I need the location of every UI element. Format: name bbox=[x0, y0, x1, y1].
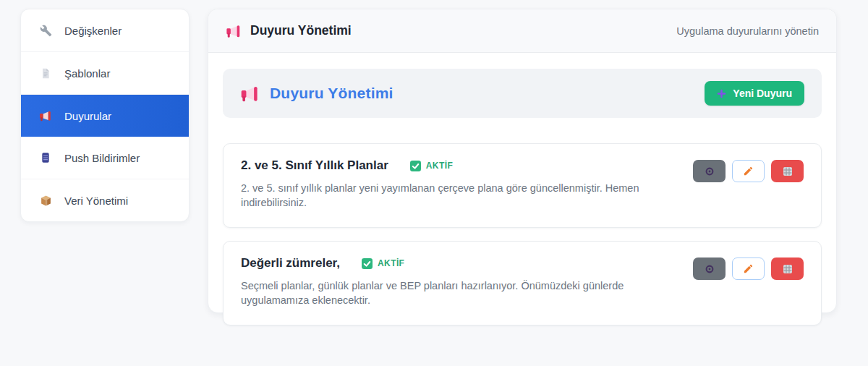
sidebar-item-sablonlar[interactable]: Şablonlar bbox=[21, 52, 189, 95]
plus-icon bbox=[717, 89, 726, 98]
announcement-description: Seçmeli planlar, günlük planlar ve BEP p… bbox=[241, 279, 678, 307]
announcement-title-row: Değerli zümreler, AKTİF bbox=[241, 256, 678, 271]
sidebar-item-veri-yonetimi[interactable]: Veri Yönetimi bbox=[21, 179, 189, 221]
edit-button[interactable] bbox=[732, 160, 765, 182]
page-title: Duyuru Yönetimi bbox=[250, 23, 352, 38]
megaphone-icon bbox=[240, 84, 260, 103]
delete-button[interactable] bbox=[771, 160, 804, 182]
wrench-icon bbox=[39, 24, 52, 37]
circle-icon bbox=[705, 166, 715, 176]
panel-content: Duyuru Yönetimi Yeni Duyuru 2. ve bbox=[208, 53, 836, 341]
status-label: AKTİF bbox=[426, 161, 453, 171]
announcement-title-row: 2. ve 5. Sınıf Yıllık Planlar AKTİF bbox=[241, 158, 678, 173]
megaphone-icon bbox=[226, 23, 242, 39]
toolbar-left: Duyuru Yönetimi bbox=[240, 84, 393, 103]
toggle-active-button[interactable] bbox=[693, 160, 726, 182]
pencil-icon bbox=[743, 263, 754, 274]
trash-icon bbox=[783, 166, 793, 176]
delete-button[interactable] bbox=[771, 258, 804, 280]
announcement-title: Değerli zümreler, bbox=[241, 256, 340, 271]
sidebar: Değişkenler Şablonlar Duy bbox=[20, 9, 190, 222]
toolbar-title: Duyuru Yönetimi bbox=[270, 85, 393, 102]
trash-icon bbox=[783, 264, 793, 274]
sidebar-item-label: Duyurular bbox=[64, 110, 111, 122]
announcement-description: 2. ve 5. sınıf yıllık planlar yeni yayım… bbox=[241, 182, 678, 210]
check-icon bbox=[410, 161, 421, 171]
sidebar-item-label: Şablonlar bbox=[64, 67, 110, 80]
panel-header-left: Duyuru Yönetimi bbox=[226, 23, 352, 39]
status-badge: AKTİF bbox=[362, 258, 404, 269]
announcement-actions bbox=[693, 160, 804, 182]
panel-header: Duyuru Yönetimi Uygulama duyurularını yö… bbox=[208, 9, 836, 53]
sidebar-item-duyurular[interactable]: Duyurular bbox=[21, 95, 189, 137]
announcement-title: 2. ve 5. Sınıf Yıllık Planlar bbox=[241, 158, 388, 173]
document-icon bbox=[39, 67, 52, 80]
main-panel: Duyuru Yönetimi Uygulama duyurularını yö… bbox=[208, 9, 837, 313]
page: { "sidebar": { "items": [ {"label": "Değ… bbox=[0, 0, 868, 366]
edit-button[interactable] bbox=[732, 258, 765, 280]
page-subtitle: Uygulama duyurularını yönetin bbox=[676, 25, 819, 37]
sidebar-item-push-bildirimler[interactable]: Push Bildirimler bbox=[21, 137, 189, 179]
toolbar: Duyuru Yönetimi Yeni Duyuru bbox=[223, 69, 822, 118]
sidebar-item-label: Push Bildirimler bbox=[64, 152, 140, 164]
toggle-active-button[interactable] bbox=[693, 258, 726, 280]
package-icon bbox=[39, 194, 52, 207]
circle-icon bbox=[705, 264, 715, 274]
sidebar-item-degiskenler[interactable]: Değişkenler bbox=[21, 9, 189, 52]
sidebar-item-label: Veri Yönetimi bbox=[64, 195, 128, 207]
announcement-actions bbox=[693, 258, 804, 280]
announcement-content: Değerli zümreler, AKTİF Seçmeli planlar,… bbox=[241, 256, 678, 307]
status-label: AKTİF bbox=[378, 258, 404, 268]
new-announcement-button[interactable]: Yeni Duyuru bbox=[705, 81, 804, 106]
megaphone-icon bbox=[39, 109, 52, 122]
status-badge: AKTİF bbox=[410, 161, 453, 171]
announcement-card: Değerli zümreler, AKTİF Seçmeli planlar,… bbox=[223, 241, 822, 325]
new-announcement-label: Yeni Duyuru bbox=[733, 88, 792, 99]
check-icon bbox=[362, 258, 373, 269]
pencil-icon bbox=[743, 166, 754, 176]
sidebar-item-label: Değişkenler bbox=[64, 25, 122, 37]
announcement-card: 2. ve 5. Sınıf Yıllık Planlar AKTİF 2. v… bbox=[223, 143, 822, 228]
announcement-content: 2. ve 5. Sınıf Yıllık Planlar AKTİF 2. v… bbox=[241, 158, 678, 210]
phone-icon bbox=[39, 151, 52, 164]
